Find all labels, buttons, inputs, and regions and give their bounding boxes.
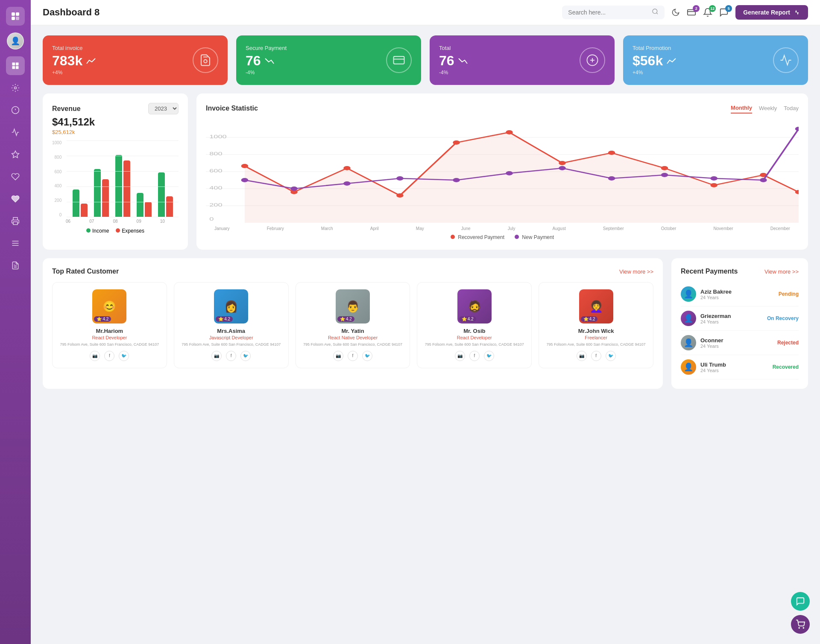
payment-age-3: 24 Years bbox=[700, 368, 768, 373]
line-chart: 1000 800 600 400 200 0 bbox=[206, 120, 799, 240]
twitter-icon-2[interactable]: 🐦 bbox=[362, 351, 372, 361]
svg-text:800: 800 bbox=[209, 151, 222, 156]
svg-rect-7 bbox=[16, 66, 19, 69]
svg-point-67 bbox=[803, 627, 804, 628]
invoice-change: +4% bbox=[52, 70, 96, 76]
customer-card-1: 👩 ⭐ 4.2 Mrs.Asima Javascript Developer 7… bbox=[174, 282, 289, 368]
bell-icon-btn[interactable]: 12 bbox=[703, 8, 712, 17]
customer-role-3: React Developer bbox=[424, 335, 524, 340]
twitter-icon-1[interactable]: 🐦 bbox=[240, 351, 251, 361]
instagram-icon-4[interactable]: 📷 bbox=[577, 351, 587, 361]
sidebar-item-dashboard[interactable] bbox=[6, 56, 25, 75]
invoice-svg-chart: 1000 800 600 400 200 0 bbox=[206, 120, 799, 223]
payment-status-3: Recovered bbox=[773, 364, 799, 370]
svg-rect-1 bbox=[16, 12, 19, 16]
payment-status-2: Rejected bbox=[777, 340, 799, 346]
bottom-section: Top Rated Customer View more >> 😊 ⭐ 4.2 … bbox=[43, 258, 808, 389]
sidebar-item-heart[interactable] bbox=[6, 167, 25, 186]
invoice-tabs: Monthly Weekly Today bbox=[731, 103, 799, 114]
customer-avatar-1: 👩 ⭐ 4.2 bbox=[214, 289, 248, 323]
float-buttons bbox=[791, 592, 810, 634]
sidebar-logo[interactable] bbox=[6, 7, 25, 26]
svg-point-57 bbox=[396, 176, 404, 181]
customer-card-0: 😊 ⭐ 4.2 Mr.Hariom React Developer 795 Fo… bbox=[52, 282, 167, 368]
customer-avatar-4: 👩‍🦱 ⭐ 4.2 bbox=[579, 289, 613, 323]
sidebar-item-favorites[interactable] bbox=[6, 145, 25, 164]
svg-point-47 bbox=[506, 130, 513, 134]
customer-card-4: 👩‍🦱 ⭐ 4.2 Mr.John Wick Freelancer 795 Fo… bbox=[539, 282, 653, 368]
header: Dashboard 8 2 12 5 Gener bbox=[31, 0, 820, 25]
payment-name-0: Aziz Bakree bbox=[700, 288, 774, 295]
facebook-icon-4[interactable]: f bbox=[591, 351, 601, 361]
customer-address-2: 795 Folsom Ave, Suite 600 San Francisco,… bbox=[303, 342, 403, 347]
instagram-icon-2[interactable]: 📷 bbox=[333, 351, 343, 361]
tab-today[interactable]: Today bbox=[784, 103, 799, 114]
stat-card-promotion: Total Promotion $56k +4% bbox=[623, 35, 808, 85]
twitter-icon-4[interactable]: 🐦 bbox=[606, 351, 616, 361]
customer-role-4: Freelancer bbox=[546, 335, 646, 340]
twitter-icon-0[interactable]: 🐦 bbox=[119, 351, 129, 361]
facebook-icon-1[interactable]: f bbox=[226, 351, 236, 361]
generate-report-button[interactable]: Generate Report bbox=[735, 5, 808, 20]
revenue-sub: $25,612k bbox=[52, 129, 179, 135]
user-avatar[interactable]: 👤 bbox=[7, 32, 24, 50]
wallet-icon-btn[interactable]: 2 bbox=[687, 8, 696, 17]
payment-name-1: Griezerman bbox=[700, 313, 763, 319]
main-content: Dashboard 8 2 12 5 Gener bbox=[31, 0, 820, 644]
payment-age-0: 24 Years bbox=[700, 295, 774, 300]
promotion-icon bbox=[773, 47, 799, 73]
svg-text:0: 0 bbox=[209, 216, 214, 221]
float-cart-button[interactable] bbox=[791, 615, 810, 634]
svg-line-20 bbox=[656, 13, 658, 14]
stat-card-invoice: Total invoice 783k +4% bbox=[43, 35, 228, 85]
chat-icon-btn[interactable]: 5 bbox=[719, 8, 729, 17]
wallet-badge: 2 bbox=[693, 5, 700, 12]
sidebar-item-analytics[interactable] bbox=[6, 123, 25, 142]
sidebar: 👤 bbox=[0, 0, 31, 644]
twitter-icon-3[interactable]: 🐦 bbox=[484, 351, 494, 361]
svg-rect-2 bbox=[12, 17, 15, 20]
sidebar-item-bookmark[interactable] bbox=[6, 189, 25, 208]
rating-badge-3: ⭐ 4.2 bbox=[459, 316, 476, 322]
customer-role-2: React Native Developer bbox=[303, 335, 403, 340]
svg-point-23 bbox=[204, 60, 207, 63]
svg-point-63 bbox=[710, 176, 718, 181]
invoice-label: Total invoice bbox=[52, 45, 96, 51]
svg-point-49 bbox=[608, 151, 615, 155]
facebook-icon-0[interactable]: f bbox=[104, 351, 114, 361]
sidebar-item-info[interactable] bbox=[6, 101, 25, 119]
float-support-button[interactable] bbox=[791, 592, 810, 611]
svg-point-65 bbox=[795, 127, 799, 131]
tab-weekly[interactable]: Weekly bbox=[759, 103, 777, 114]
search-input[interactable] bbox=[568, 9, 648, 16]
revenue-amount: $41,512k bbox=[52, 116, 179, 128]
tab-monthly[interactable]: Monthly bbox=[731, 103, 752, 114]
customer-name-4: Mr.John Wick bbox=[546, 328, 646, 334]
sidebar-item-reports[interactable] bbox=[6, 256, 25, 275]
customers-view-more[interactable]: View more >> bbox=[619, 268, 653, 275]
customer-name-0: Mr.Hariom bbox=[59, 328, 160, 334]
sidebar-item-print[interactable] bbox=[6, 212, 25, 230]
year-select[interactable]: 202320222021 bbox=[148, 103, 179, 114]
search-bar bbox=[562, 6, 665, 19]
payment-item-0: 👤 Aziz Bakree 24 Years Pending bbox=[681, 282, 799, 306]
svg-text:1000: 1000 bbox=[209, 134, 226, 139]
facebook-icon-2[interactable]: f bbox=[348, 351, 358, 361]
payments-view-more[interactable]: View more >> bbox=[764, 268, 799, 275]
customer-name-3: Mr. Osib bbox=[424, 328, 524, 334]
facebook-icon-3[interactable]: f bbox=[469, 351, 480, 361]
instagram-icon-1[interactable]: 📷 bbox=[211, 351, 222, 361]
sidebar-item-settings[interactable] bbox=[6, 79, 25, 97]
customer-address-3: 795 Folsom Ave, Suite 600 San Francisco,… bbox=[424, 342, 524, 347]
instagram-icon-3[interactable]: 📷 bbox=[455, 351, 465, 361]
content-area: Total invoice 783k +4% Secure Payment 76 bbox=[31, 25, 820, 399]
bell-badge: 12 bbox=[709, 5, 716, 12]
dark-mode-toggle[interactable] bbox=[671, 8, 680, 17]
instagram-icon-0[interactable]: 📷 bbox=[90, 351, 100, 361]
payment-name-3: Uli Trumb bbox=[700, 361, 768, 368]
total-change: -4% bbox=[439, 70, 468, 76]
sidebar-item-menu[interactable] bbox=[6, 234, 25, 253]
recovered-legend: Recovered Payment bbox=[451, 234, 504, 240]
customer-name-1: Mrs.Asima bbox=[181, 328, 281, 334]
svg-point-61 bbox=[608, 176, 615, 181]
